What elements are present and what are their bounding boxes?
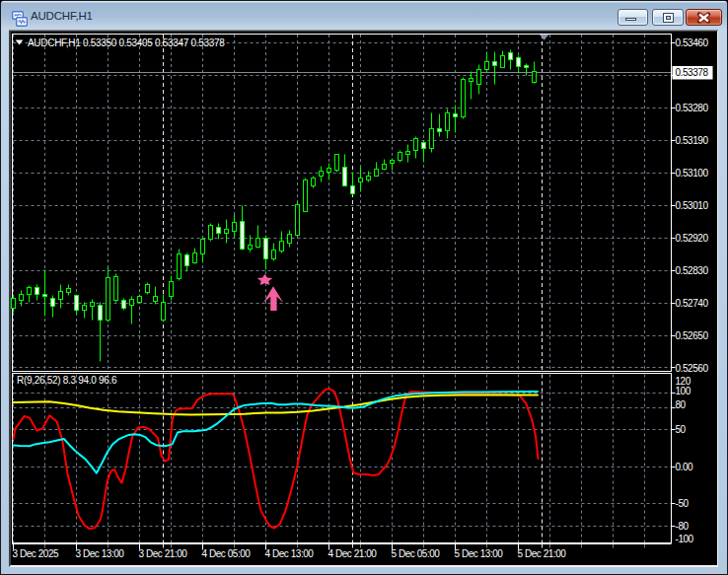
svg-text:0.53460: 0.53460 [676, 37, 709, 48]
svg-text:0.52560: 0.52560 [676, 363, 709, 374]
svg-text:AUDCHF,H1 0.53350 0.53405 0.53: AUDCHF,H1 0.53350 0.53405 0.53347 0.5337… [28, 37, 225, 48]
svg-text:4 Dec 13:00: 4 Dec 13:00 [265, 548, 315, 559]
svg-text:4 Dec 21:00: 4 Dec 21:00 [328, 548, 378, 559]
svg-text:0.52650: 0.52650 [676, 330, 709, 341]
svg-text:100: 100 [676, 386, 692, 396]
svg-text:R(9,26,52) 8.3 94.0 96.6: R(9,26,52) 8.3 94.0 96.6 [17, 375, 117, 386]
svg-text:0.53190: 0.53190 [676, 135, 709, 146]
svg-text:0.53010: 0.53010 [676, 200, 709, 211]
svg-text:5 Dec 21:00: 5 Dec 21:00 [518, 548, 567, 559]
svg-text:0.52740: 0.52740 [676, 298, 709, 309]
svg-text:3 Dec 21:00: 3 Dec 21:00 [139, 548, 188, 559]
svg-text:-100: -100 [676, 534, 694, 544]
svg-text:-50: -50 [676, 498, 690, 509]
svg-text:0.52920: 0.52920 [676, 233, 709, 244]
svg-text:4 Dec 05:00: 4 Dec 05:00 [202, 548, 252, 559]
svg-text:0.53378: 0.53378 [676, 67, 709, 78]
svg-text:5 Dec 05:00: 5 Dec 05:00 [392, 548, 441, 559]
svg-text:0.00: 0.00 [676, 462, 694, 472]
svg-text:0.53280: 0.53280 [676, 103, 709, 113]
svg-text:0.52830: 0.52830 [676, 265, 709, 276]
svg-text:3 Dec 13:00: 3 Dec 13:00 [76, 548, 125, 559]
svg-text:0.53100: 0.53100 [676, 168, 709, 179]
svg-text:5 Dec 13:00: 5 Dec 13:00 [455, 548, 504, 559]
svg-text:-80: -80 [676, 521, 690, 532]
svg-text:80: 80 [676, 399, 687, 410]
svg-text:3 Dec 2025: 3 Dec 2025 [13, 548, 60, 559]
svg-text:50: 50 [676, 424, 687, 435]
